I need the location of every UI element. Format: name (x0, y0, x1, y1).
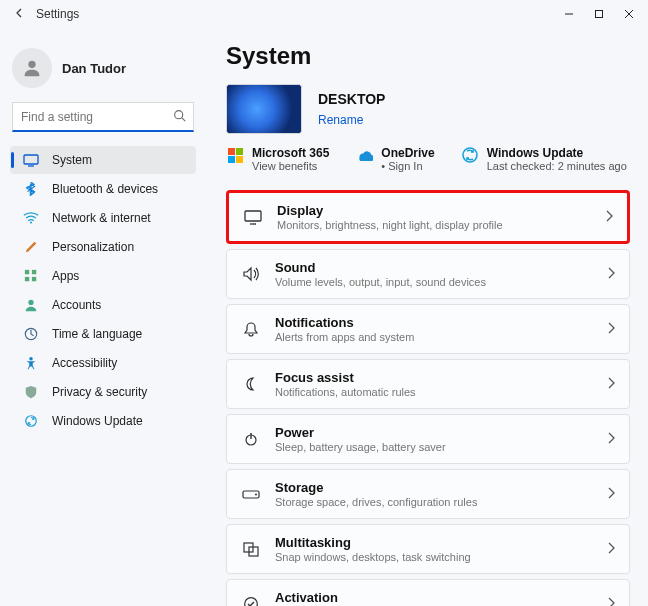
content-area: System DESKTOP Rename Microsoft 365 View… (206, 28, 648, 606)
sidebar-item-label: Time & language (52, 327, 142, 341)
card-title: Focus assist (275, 370, 593, 385)
chevron-right-icon (607, 375, 615, 393)
window-title: Settings (36, 7, 79, 21)
card-title: Power (275, 425, 593, 440)
sidebar-item-network[interactable]: Network & internet (10, 204, 196, 232)
chevron-right-icon (605, 208, 613, 226)
card-title: Sound (275, 260, 593, 275)
sidebar-item-label: Windows Update (52, 414, 143, 428)
card-notifications[interactable]: Notifications Alerts from apps and syste… (226, 304, 630, 354)
svg-point-2 (175, 111, 183, 119)
nav-list: System Bluetooth & devices Network & int… (10, 146, 196, 435)
update-icon (22, 412, 40, 430)
svg-rect-0 (596, 11, 603, 18)
sidebar-item-label: Accessibility (52, 356, 117, 370)
search-icon (173, 108, 186, 126)
card-activation[interactable]: Activation Activation state, subscriptio… (226, 579, 630, 606)
accessibility-icon (22, 354, 40, 372)
svg-rect-7 (25, 277, 29, 281)
quick-microsoft365[interactable]: Microsoft 365 View benefits (226, 146, 329, 172)
windows-icon (241, 539, 261, 559)
onedrive-icon (355, 146, 373, 164)
wifi-icon (22, 209, 40, 227)
card-subtitle: Volume levels, output, input, sound devi… (275, 276, 593, 288)
drive-icon (241, 484, 261, 504)
quick-windows-update[interactable]: Windows Update Last checked: 2 minutes a… (461, 146, 627, 172)
sidebar-item-label: System (52, 153, 92, 167)
shield-icon (22, 383, 40, 401)
bell-icon (241, 319, 261, 339)
sidebar-item-privacy[interactable]: Privacy & security (10, 378, 196, 406)
maximize-button[interactable] (584, 0, 614, 28)
back-button[interactable] (10, 7, 30, 22)
system-icon (22, 151, 40, 169)
windows-update-icon (461, 146, 479, 164)
sidebar-item-apps[interactable]: Apps (10, 262, 196, 290)
card-title: Notifications (275, 315, 593, 330)
card-title: Display (277, 203, 591, 218)
card-subtitle: Snap windows, desktops, task switching (275, 551, 593, 563)
svg-point-4 (30, 221, 32, 223)
card-power[interactable]: Power Sleep, battery usage, battery save… (226, 414, 630, 464)
card-multitasking[interactable]: Multitasking Snap windows, desktops, tas… (226, 524, 630, 574)
chevron-right-icon (607, 320, 615, 338)
chevron-right-icon (607, 485, 615, 503)
clock-globe-icon (22, 325, 40, 343)
quick-title: Windows Update (487, 146, 627, 160)
sidebar-item-system[interactable]: System (10, 146, 196, 174)
page-title: System (226, 42, 630, 70)
quick-title: OneDrive (381, 146, 434, 160)
sidebar-item-personalization[interactable]: Personalization (10, 233, 196, 261)
minimize-button[interactable] (554, 0, 584, 28)
card-display[interactable]: Display Monitors, brightness, night ligh… (226, 190, 630, 244)
card-subtitle: Storage space, drives, configuration rul… (275, 496, 593, 508)
settings-card-list: Display Monitors, brightness, night ligh… (226, 190, 630, 606)
device-name: DESKTOP (318, 91, 385, 107)
quick-sub: View benefits (252, 160, 329, 172)
search-box[interactable] (12, 102, 194, 132)
card-subtitle: Monitors, brightness, night light, displ… (277, 219, 591, 231)
microsoft365-icon (226, 146, 244, 164)
card-title: Storage (275, 480, 593, 495)
svg-rect-3 (24, 155, 38, 164)
svg-rect-14 (245, 211, 261, 221)
card-title: Multitasking (275, 535, 593, 550)
svg-point-1 (28, 61, 35, 68)
quick-onedrive[interactable]: OneDrive • Sign In (355, 146, 434, 172)
user-block[interactable]: Dan Tudor (12, 48, 194, 88)
close-button[interactable] (614, 0, 644, 28)
svg-rect-6 (32, 270, 36, 274)
search-input[interactable] (12, 102, 194, 132)
card-focus-assist[interactable]: Focus assist Notifications, automatic ru… (226, 359, 630, 409)
bluetooth-icon (22, 180, 40, 198)
user-name: Dan Tudor (62, 61, 126, 76)
sidebar-item-windows-update[interactable]: Windows Update (10, 407, 196, 435)
card-subtitle: Sleep, battery usage, battery saver (275, 441, 593, 453)
chevron-right-icon (607, 540, 615, 558)
svg-point-17 (255, 494, 257, 496)
svg-point-9 (28, 300, 33, 305)
svg-rect-5 (25, 270, 29, 274)
person-icon (22, 296, 40, 314)
paintbrush-icon (22, 238, 40, 256)
sidebar-item-label: Bluetooth & devices (52, 182, 158, 196)
sidebar-item-accessibility[interactable]: Accessibility (10, 349, 196, 377)
quick-sub: Last checked: 2 minutes ago (487, 160, 627, 172)
chevron-right-icon (607, 595, 615, 606)
card-title: Activation (275, 590, 593, 605)
quick-sub: • Sign In (381, 160, 434, 172)
device-thumbnail[interactable] (226, 84, 302, 134)
sidebar-item-label: Privacy & security (52, 385, 147, 399)
rename-link[interactable]: Rename (318, 113, 363, 127)
check-circle-icon (241, 594, 261, 606)
card-storage[interactable]: Storage Storage space, drives, configura… (226, 469, 630, 519)
sidebar-item-label: Network & internet (52, 211, 151, 225)
sidebar: Dan Tudor System Bluetooth & devices Net… (0, 28, 206, 606)
sidebar-item-time-language[interactable]: Time & language (10, 320, 196, 348)
quick-links: Microsoft 365 View benefits OneDrive • S… (226, 146, 630, 172)
moon-icon (241, 374, 261, 394)
sidebar-item-accounts[interactable]: Accounts (10, 291, 196, 319)
card-subtitle: Notifications, automatic rules (275, 386, 593, 398)
card-sound[interactable]: Sound Volume levels, output, input, soun… (226, 249, 630, 299)
sidebar-item-bluetooth[interactable]: Bluetooth & devices (10, 175, 196, 203)
